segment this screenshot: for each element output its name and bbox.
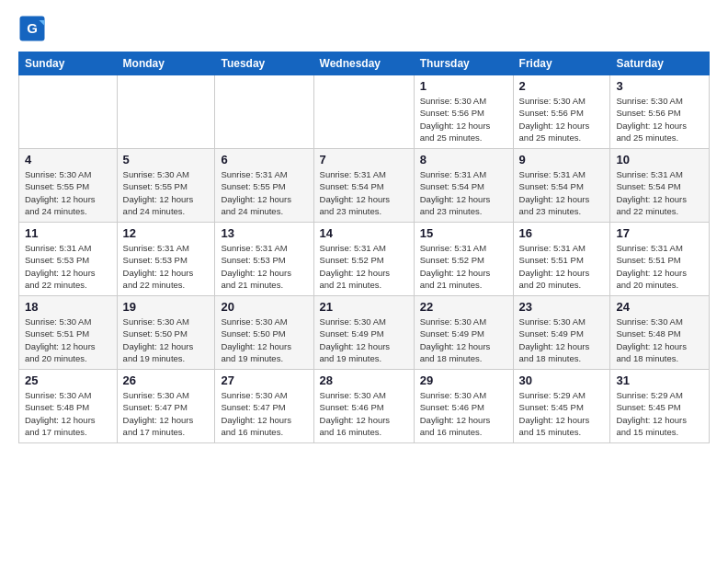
day-info: Sunrise: 5:29 AM Sunset: 5:45 PM Dayligh… xyxy=(519,389,605,438)
calendar-cell: 11Sunrise: 5:31 AM Sunset: 5:53 PM Dayli… xyxy=(19,223,118,296)
calendar-cell: 17Sunrise: 5:31 AM Sunset: 5:51 PM Dayli… xyxy=(610,223,710,296)
day-number: 8 xyxy=(420,153,507,167)
day-number: 29 xyxy=(420,373,507,387)
calendar-cell xyxy=(117,75,215,149)
day-info: Sunrise: 5:30 AM Sunset: 5:46 PM Dayligh… xyxy=(320,389,408,438)
calendar-cell: 29Sunrise: 5:30 AM Sunset: 5:46 PM Dayli… xyxy=(414,370,513,443)
day-header-monday: Monday xyxy=(117,52,215,75)
day-info: Sunrise: 5:31 AM Sunset: 5:52 PM Dayligh… xyxy=(420,242,507,291)
day-info: Sunrise: 5:31 AM Sunset: 5:53 PM Dayligh… xyxy=(221,242,307,291)
calendar-cell: 28Sunrise: 5:30 AM Sunset: 5:46 PM Dayli… xyxy=(313,370,414,443)
day-info: Sunrise: 5:30 AM Sunset: 5:48 PM Dayligh… xyxy=(616,316,703,364)
day-number: 27 xyxy=(221,373,307,387)
day-info: Sunrise: 5:30 AM Sunset: 5:49 PM Dayligh… xyxy=(320,316,408,364)
day-number: 22 xyxy=(420,300,507,314)
calendar-cell: 10Sunrise: 5:31 AM Sunset: 5:54 PM Dayli… xyxy=(610,149,710,223)
day-number: 17 xyxy=(616,226,703,240)
calendar-cell: 7Sunrise: 5:31 AM Sunset: 5:54 PM Daylig… xyxy=(313,149,414,223)
logo: G xyxy=(18,15,50,42)
day-info: Sunrise: 5:31 AM Sunset: 5:51 PM Dayligh… xyxy=(519,242,605,291)
calendar-cell: 27Sunrise: 5:30 AM Sunset: 5:47 PM Dayli… xyxy=(215,370,313,443)
calendar-cell: 15Sunrise: 5:31 AM Sunset: 5:52 PM Dayli… xyxy=(414,223,513,296)
calendar-cell xyxy=(19,75,118,149)
day-number: 7 xyxy=(320,153,408,167)
calendar-table: SundayMondayTuesdayWednesdayThursdayFrid… xyxy=(18,52,710,443)
week-row-4: 18Sunrise: 5:30 AM Sunset: 5:51 PM Dayli… xyxy=(19,296,710,370)
calendar-cell: 26Sunrise: 5:30 AM Sunset: 5:47 PM Dayli… xyxy=(117,370,215,443)
day-number: 30 xyxy=(519,373,605,387)
day-number: 1 xyxy=(420,79,507,93)
day-number: 13 xyxy=(221,226,307,240)
day-number: 2 xyxy=(519,79,605,93)
calendar-cell: 16Sunrise: 5:31 AM Sunset: 5:51 PM Dayli… xyxy=(513,223,610,296)
calendar-cell: 21Sunrise: 5:30 AM Sunset: 5:49 PM Dayli… xyxy=(313,296,414,370)
day-info: Sunrise: 5:30 AM Sunset: 5:47 PM Dayligh… xyxy=(221,389,307,438)
day-info: Sunrise: 5:31 AM Sunset: 5:54 PM Dayligh… xyxy=(320,168,408,217)
calendar-cell: 1Sunrise: 5:30 AM Sunset: 5:56 PM Daylig… xyxy=(414,75,513,149)
calendar-cell: 18Sunrise: 5:30 AM Sunset: 5:51 PM Dayli… xyxy=(19,296,118,370)
day-number: 31 xyxy=(616,373,703,387)
day-header-tuesday: Tuesday xyxy=(215,52,313,75)
day-number: 23 xyxy=(519,300,605,314)
day-info: Sunrise: 5:30 AM Sunset: 5:47 PM Dayligh… xyxy=(123,389,210,438)
calendar-cell: 6Sunrise: 5:31 AM Sunset: 5:55 PM Daylig… xyxy=(215,149,313,223)
day-info: Sunrise: 5:29 AM Sunset: 5:45 PM Dayligh… xyxy=(616,389,703,438)
calendar-cell: 9Sunrise: 5:31 AM Sunset: 5:54 PM Daylig… xyxy=(513,149,610,223)
day-number: 6 xyxy=(221,153,307,167)
day-info: Sunrise: 5:31 AM Sunset: 5:54 PM Dayligh… xyxy=(616,168,703,217)
day-number: 14 xyxy=(320,226,408,240)
day-number: 4 xyxy=(25,153,111,167)
day-header-friday: Friday xyxy=(513,52,610,75)
day-number: 15 xyxy=(420,226,507,240)
day-info: Sunrise: 5:30 AM Sunset: 5:56 PM Dayligh… xyxy=(420,95,507,144)
day-info: Sunrise: 5:30 AM Sunset: 5:46 PM Dayligh… xyxy=(420,389,507,438)
calendar-cell: 30Sunrise: 5:29 AM Sunset: 5:45 PM Dayli… xyxy=(513,370,610,443)
week-row-5: 25Sunrise: 5:30 AM Sunset: 5:48 PM Dayli… xyxy=(19,370,710,443)
day-info: Sunrise: 5:31 AM Sunset: 5:55 PM Dayligh… xyxy=(221,168,307,217)
week-row-1: 1Sunrise: 5:30 AM Sunset: 5:56 PM Daylig… xyxy=(19,75,710,149)
day-number: 24 xyxy=(616,300,703,314)
calendar-cell: 5Sunrise: 5:30 AM Sunset: 5:55 PM Daylig… xyxy=(117,149,215,223)
week-row-2: 4Sunrise: 5:30 AM Sunset: 5:55 PM Daylig… xyxy=(19,149,710,223)
day-number: 26 xyxy=(123,373,210,387)
calendar-cell: 12Sunrise: 5:31 AM Sunset: 5:53 PM Dayli… xyxy=(117,223,215,296)
day-info: Sunrise: 5:31 AM Sunset: 5:51 PM Dayligh… xyxy=(616,242,703,291)
week-row-3: 11Sunrise: 5:31 AM Sunset: 5:53 PM Dayli… xyxy=(19,223,710,296)
day-number: 11 xyxy=(25,226,111,240)
day-number: 10 xyxy=(616,153,703,167)
calendar-cell: 2Sunrise: 5:30 AM Sunset: 5:56 PM Daylig… xyxy=(513,75,610,149)
calendar-cell: 14Sunrise: 5:31 AM Sunset: 5:52 PM Dayli… xyxy=(313,223,414,296)
calendar-cell xyxy=(215,75,313,149)
day-number: 9 xyxy=(519,153,605,167)
day-number: 5 xyxy=(123,153,210,167)
day-info: Sunrise: 5:30 AM Sunset: 5:49 PM Dayligh… xyxy=(519,316,605,364)
day-info: Sunrise: 5:31 AM Sunset: 5:54 PM Dayligh… xyxy=(519,168,605,217)
svg-text:G: G xyxy=(27,20,38,36)
day-info: Sunrise: 5:31 AM Sunset: 5:54 PM Dayligh… xyxy=(420,168,507,217)
day-number: 16 xyxy=(519,226,605,240)
day-info: Sunrise: 5:30 AM Sunset: 5:55 PM Dayligh… xyxy=(25,168,111,217)
day-info: Sunrise: 5:30 AM Sunset: 5:55 PM Dayligh… xyxy=(123,168,210,217)
header-row: SundayMondayTuesdayWednesdayThursdayFrid… xyxy=(19,52,710,75)
calendar-cell: 8Sunrise: 5:31 AM Sunset: 5:54 PM Daylig… xyxy=(414,149,513,223)
day-number: 20 xyxy=(221,300,307,314)
day-info: Sunrise: 5:30 AM Sunset: 5:49 PM Dayligh… xyxy=(420,316,507,364)
calendar-cell: 23Sunrise: 5:30 AM Sunset: 5:49 PM Dayli… xyxy=(513,296,610,370)
day-number: 28 xyxy=(320,373,408,387)
page-header: G xyxy=(18,15,710,42)
day-number: 3 xyxy=(616,79,703,93)
calendar-cell: 19Sunrise: 5:30 AM Sunset: 5:50 PM Dayli… xyxy=(117,296,215,370)
logo-icon: G xyxy=(18,15,46,42)
day-info: Sunrise: 5:30 AM Sunset: 5:51 PM Dayligh… xyxy=(25,316,111,364)
calendar-cell: 3Sunrise: 5:30 AM Sunset: 5:56 PM Daylig… xyxy=(610,75,710,149)
day-header-sunday: Sunday xyxy=(19,52,118,75)
calendar-cell xyxy=(313,75,414,149)
day-number: 12 xyxy=(123,226,210,240)
day-number: 18 xyxy=(25,300,111,314)
day-header-wednesday: Wednesday xyxy=(313,52,414,75)
day-info: Sunrise: 5:31 AM Sunset: 5:53 PM Dayligh… xyxy=(123,242,210,291)
calendar-cell: 22Sunrise: 5:30 AM Sunset: 5:49 PM Dayli… xyxy=(414,296,513,370)
day-info: Sunrise: 5:31 AM Sunset: 5:52 PM Dayligh… xyxy=(320,242,408,291)
day-info: Sunrise: 5:30 AM Sunset: 5:56 PM Dayligh… xyxy=(616,95,703,144)
day-number: 19 xyxy=(123,300,210,314)
